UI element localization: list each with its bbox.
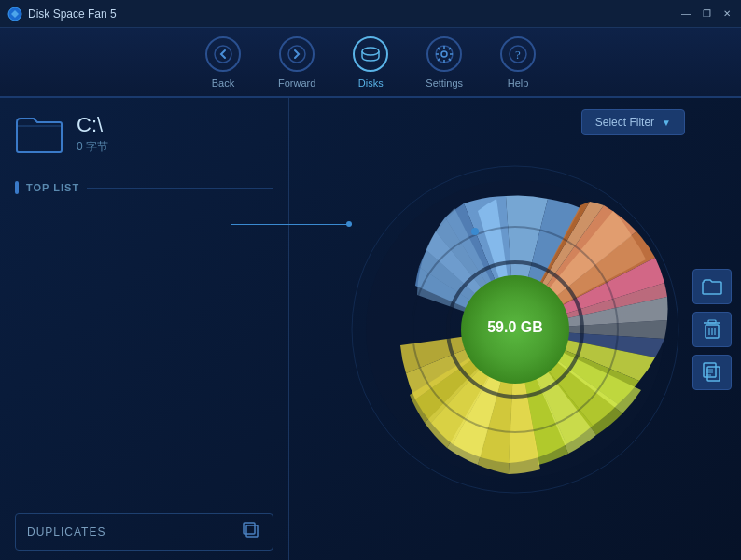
path-info: C:\ 0 字节 xyxy=(77,113,108,155)
minimize-button[interactable]: — xyxy=(679,7,692,21)
main-area: C:\ 0 字节 TOP LIST DUPLICATES xyxy=(0,98,741,560)
filter-label: Select Filter xyxy=(595,116,654,129)
disk-chart[interactable]: 59.0 GB xyxy=(343,157,688,502)
path-size: 0 字节 xyxy=(77,139,108,155)
svg-point-2 xyxy=(288,46,305,63)
back-icon xyxy=(205,36,241,72)
svg-rect-17 xyxy=(244,523,255,534)
right-panel: Select Filter ▼ xyxy=(289,98,741,560)
toolbar-item-back[interactable]: Back xyxy=(205,36,241,89)
svg-rect-16 xyxy=(246,525,258,537)
left-panel: C:\ 0 字节 TOP LIST DUPLICATES xyxy=(0,98,289,560)
svg-rect-31 xyxy=(707,367,720,381)
toolbar-item-help[interactable]: ? Help xyxy=(500,36,536,89)
connector-line xyxy=(231,224,352,225)
top-list-indicator xyxy=(15,181,19,194)
copy-button[interactable] xyxy=(692,355,732,390)
toolbar-label-back: Back xyxy=(212,77,234,89)
path-label: C:\ xyxy=(77,113,108,137)
top-list-divider xyxy=(87,188,273,189)
duplicates-label: DUPLICATES xyxy=(27,525,105,539)
top-list-label: TOP LIST xyxy=(26,182,79,193)
window-controls: — ❐ ✕ xyxy=(679,7,734,21)
title-bar: Disk Space Fan 5 — ❐ ✕ xyxy=(0,0,741,28)
toolbar-label-settings: Settings xyxy=(426,77,463,89)
svg-text:?: ? xyxy=(515,48,521,62)
forward-icon xyxy=(279,36,315,72)
svg-point-3 xyxy=(362,48,379,55)
title-left: Disk Space Fan 5 xyxy=(7,7,117,21)
duplicates-button[interactable]: DUPLICATES xyxy=(15,513,273,551)
svg-point-24 xyxy=(471,228,479,235)
close-button[interactable]: ✕ xyxy=(720,7,734,21)
help-icon: ? xyxy=(500,36,536,72)
side-actions xyxy=(692,269,732,390)
svg-rect-27 xyxy=(708,320,716,323)
disk-chart-svg: 59.0 GB xyxy=(343,157,688,502)
select-filter-button[interactable]: Select Filter ▼ xyxy=(581,109,685,135)
svg-point-5 xyxy=(441,51,447,57)
svg-text:59.0 GB: 59.0 GB xyxy=(487,319,543,335)
toolbar-label-help: Help xyxy=(508,77,529,89)
title-text: Disk Space Fan 5 xyxy=(28,7,117,21)
app-icon xyxy=(7,7,22,21)
chevron-down-icon: ▼ xyxy=(662,118,671,128)
top-list-section: TOP LIST xyxy=(15,181,273,513)
toolbar-item-settings[interactable]: Settings xyxy=(426,36,463,89)
toolbar: Back Forward Disks xyxy=(0,28,741,98)
svg-point-1 xyxy=(215,46,231,63)
toolbar-item-forward[interactable]: Forward xyxy=(278,36,315,89)
disks-icon xyxy=(353,36,388,72)
delete-button[interactable] xyxy=(692,312,732,347)
folder-icon xyxy=(15,115,63,154)
path-section: C:\ 0 字节 xyxy=(15,113,273,155)
connector-dot xyxy=(346,221,352,227)
toolbar-item-disks[interactable]: Disks xyxy=(353,36,388,89)
toolbar-label-disks: Disks xyxy=(358,77,384,89)
toolbar-label-forward: Forward xyxy=(278,77,315,89)
settings-icon xyxy=(426,36,462,72)
duplicates-icon xyxy=(243,522,261,542)
open-folder-button[interactable] xyxy=(692,269,732,304)
top-list-header: TOP LIST xyxy=(15,181,273,194)
maximize-button[interactable]: ❐ xyxy=(700,7,713,21)
